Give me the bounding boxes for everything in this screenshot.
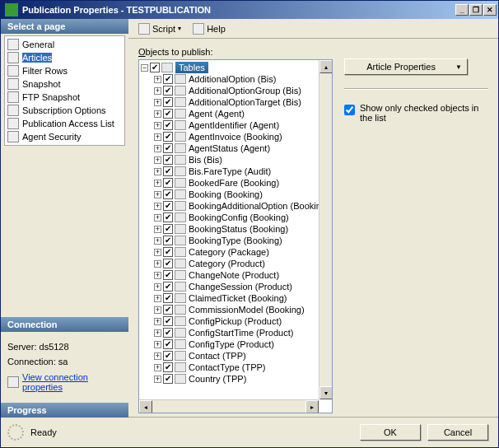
tree-item[interactable]: +✔ClaimedTicket (Booking) (154, 292, 332, 304)
checkbox[interactable]: ✔ (163, 189, 173, 199)
script-button[interactable]: Script ▾ (135, 21, 184, 36)
tree-item[interactable]: +✔AdditionalOptionGroup (Bis) (154, 85, 332, 96)
expand-icon[interactable]: + (154, 99, 161, 106)
checkbox[interactable]: ✔ (163, 155, 173, 165)
objects-tree[interactable]: − ✔ Tables +✔AdditionalOption (Bis)+✔Add… (138, 59, 333, 413)
tree-item[interactable]: +✔Category (Package) (154, 246, 332, 258)
checkbox[interactable]: ✔ (163, 224, 173, 234)
expand-icon[interactable]: + (154, 376, 161, 383)
nav-publication-access-list[interactable]: Publication Access List (5, 117, 124, 130)
expand-icon[interactable]: + (154, 203, 161, 210)
checkbox[interactable]: ✔ (163, 282, 173, 292)
tree-item[interactable]: +✔Booking (Booking) (154, 189, 332, 200)
minimize-button[interactable]: _ (455, 4, 469, 16)
checkbox[interactable]: ✔ (163, 143, 173, 153)
checkbox[interactable]: ✔ (163, 109, 173, 119)
expand-icon[interactable]: + (154, 306, 161, 314)
close-button[interactable]: ✕ (483, 4, 497, 16)
show-checked-only-option[interactable]: Show only checked objects in the list (344, 103, 488, 123)
nav-ftp-snapshot[interactable]: FTP Snapshot (5, 91, 124, 104)
checkbox[interactable]: ✔ (163, 362, 173, 372)
tree-item[interactable]: +✔BookedFare (Booking) (154, 177, 332, 189)
tree-item[interactable]: +✔CommissionModel (Booking) (154, 304, 332, 315)
checkbox[interactable]: ✔ (163, 178, 173, 188)
expand-icon[interactable]: + (154, 133, 161, 141)
tree-item[interactable]: +✔Country (TPP) (154, 373, 332, 385)
checkbox[interactable]: ✔ (163, 293, 173, 303)
cancel-button[interactable]: Cancel (427, 424, 488, 441)
checkbox[interactable]: ✔ (163, 316, 173, 326)
expand-icon[interactable]: + (154, 168, 161, 175)
tree-item[interactable]: +✔BookingConfig (Booking) (154, 212, 332, 223)
checkbox[interactable]: ✔ (163, 328, 173, 338)
checkbox[interactable]: ✔ (163, 86, 173, 96)
nav-subscription-options[interactable]: Subscription Options (5, 104, 124, 117)
expand-icon[interactable]: + (154, 352, 161, 360)
expand-icon[interactable]: + (154, 237, 161, 245)
checkbox[interactable]: ✔ (163, 212, 173, 222)
tree-item[interactable]: +✔BookingStatus (Booking) (154, 223, 332, 235)
checkbox[interactable]: ✔ (163, 305, 173, 315)
tree-item[interactable]: +✔ChangeNote (Product) (154, 269, 332, 281)
tree-item[interactable]: +✔ContactType (TPP) (154, 362, 332, 373)
vertical-scrollbar[interactable]: ▴ ▾ (319, 60, 332, 399)
checkbox[interactable]: ✔ (163, 120, 173, 130)
scroll-right-icon[interactable]: ▸ (305, 400, 319, 413)
tree-item[interactable]: +✔Agent (Agent) (154, 108, 332, 119)
expand-icon[interactable]: + (154, 180, 161, 187)
checkbox[interactable]: ✔ (163, 132, 173, 142)
tree-root-tables[interactable]: − ✔ Tables (141, 62, 332, 73)
ok-button[interactable]: OK (360, 424, 421, 441)
expand-icon[interactable]: + (154, 318, 161, 325)
titlebar[interactable]: Publication Properties - TESTPUBLICATION… (1, 1, 498, 19)
tree-item[interactable]: +✔ConfigType (Product) (154, 338, 332, 350)
scroll-down-icon[interactable]: ▾ (319, 386, 333, 399)
tree-item[interactable]: +✔Bis (Bis) (154, 154, 332, 166)
collapse-icon[interactable]: − (141, 64, 148, 72)
view-connection-properties-link[interactable]: View connection properties (7, 371, 122, 393)
expand-icon[interactable]: + (154, 364, 161, 371)
help-button[interactable]: Help (189, 21, 229, 36)
checkbox[interactable]: ✔ (163, 97, 173, 107)
article-properties-button[interactable]: Article Properties ▼ (344, 58, 468, 75)
tree-item[interactable]: +✔ConfigPickup (Product) (154, 315, 332, 327)
restore-button[interactable]: ❐ (469, 4, 483, 16)
expand-icon[interactable]: + (154, 191, 161, 198)
tree-item[interactable]: +✔Contact (TPP) (154, 350, 332, 362)
expand-icon[interactable]: + (154, 122, 161, 129)
checkbox[interactable]: ✔ (163, 351, 173, 361)
checkbox[interactable]: ✔ (163, 236, 173, 245)
checkbox[interactable]: ✔ (163, 247, 173, 257)
tree-item[interactable]: +✔BookingType (Booking) (154, 235, 332, 246)
nav-agent-security[interactable]: Agent Security (5, 130, 124, 143)
tree-item[interactable]: +✔AgentStatus (Agent) (154, 142, 332, 154)
expand-icon[interactable]: + (154, 249, 161, 256)
checkbox[interactable]: ✔ (163, 74, 173, 84)
expand-icon[interactable]: + (154, 295, 161, 302)
checkbox[interactable]: ✔ (163, 201, 173, 211)
tree-item[interactable]: +✔AdditionalOption (Bis) (154, 73, 332, 85)
checkbox[interactable]: ✔ (163, 270, 173, 280)
horizontal-scrollbar[interactable]: ◂ ▸ (139, 399, 319, 413)
tree-item[interactable]: +✔AgentIdentifier (Agent) (154, 119, 332, 131)
nav-snapshot[interactable]: Snapshot (5, 77, 124, 91)
tree-item[interactable]: +✔ConfigStartTime (Product) (154, 327, 332, 338)
expand-icon[interactable]: + (154, 110, 161, 118)
tree-item[interactable]: +✔BookingAdditionalOption (Booking (154, 200, 332, 212)
expand-icon[interactable]: + (154, 260, 161, 268)
expand-icon[interactable]: + (154, 214, 161, 222)
nav-filter-rows[interactable]: Filter Rows (5, 64, 124, 77)
expand-icon[interactable]: + (154, 272, 161, 279)
checkbox[interactable]: ✔ (150, 63, 160, 72)
tree-item[interactable]: +✔ChangeSession (Product) (154, 281, 332, 292)
nav-articles[interactable]: Articles (5, 51, 124, 64)
expand-icon[interactable]: + (154, 226, 161, 233)
scroll-left-icon[interactable]: ◂ (139, 400, 152, 413)
tree-item[interactable]: +✔Bis.FareType (Audit) (154, 166, 332, 177)
expand-icon[interactable]: + (154, 76, 161, 83)
tree-item[interactable]: +✔AgentInvoice (Booking) (154, 131, 332, 142)
expand-icon[interactable]: + (154, 283, 161, 291)
expand-icon[interactable]: + (154, 329, 161, 337)
scroll-up-icon[interactable]: ▴ (319, 60, 333, 73)
tree-item[interactable]: +✔AdditionalOptionTarget (Bis) (154, 96, 332, 108)
